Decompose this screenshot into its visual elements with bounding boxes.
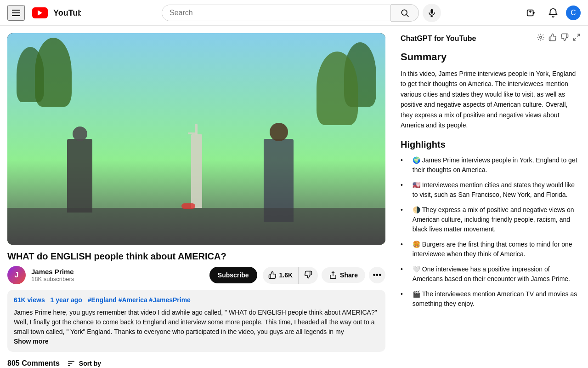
sort-icon <box>67 359 75 368</box>
chatgpt-header: ChatGPT for YouTube <box>401 33 581 44</box>
main-content: WHAT do ENGLISH people think about AMERI… <box>0 0 588 368</box>
svg-text:YouTube: YouTube <box>53 8 81 17</box>
svg-line-16 <box>573 38 576 40</box>
bell-icon <box>548 8 558 18</box>
chatgpt-actions <box>537 33 581 44</box>
highlights-section: Highlights •🌍James Prime interviews peop… <box>401 139 581 309</box>
header-left: YouTube <box>7 5 81 21</box>
highlights-heading: Highlights <box>401 139 581 150</box>
channel-name: James Prime <box>31 268 204 276</box>
desc-meta: 61K views 1 year ago #England #America #… <box>14 295 379 305</box>
show-more-button[interactable]: Show more <box>14 338 48 345</box>
comments-count: 805 Comments <box>7 359 60 368</box>
yt-icon <box>32 7 48 18</box>
gear-icon <box>537 33 545 41</box>
header-center <box>154 4 448 22</box>
summary-text: In this video, James Prime interviews pe… <box>401 69 581 130</box>
summary-heading: Summary <box>401 51 581 63</box>
highlights-list: •🌍James Prime interviews people in York,… <box>401 155 581 309</box>
subscribe-button[interactable]: Subscribe <box>209 267 257 283</box>
channel-subs: 18K subscribers <box>31 276 204 282</box>
highlight-text-2: 🌗They express a mix of positive and nega… <box>413 205 581 234</box>
main-header: YouTube <box>0 0 588 26</box>
more-options-button[interactable]: ••• <box>369 267 385 283</box>
svg-line-2 <box>407 14 409 17</box>
expand-button[interactable] <box>572 33 581 44</box>
share-label: Share <box>340 271 358 279</box>
thumbs-up-icon <box>268 271 277 279</box>
search-bar <box>162 5 391 21</box>
highlight-text-4: 🤍One interviewee has a positive impressi… <box>413 264 581 284</box>
chatgpt-title: ChatGPT for YouTube <box>401 34 476 43</box>
share-icon <box>329 271 337 279</box>
settings-button[interactable] <box>537 33 545 44</box>
svg-point-1 <box>401 10 407 15</box>
highlight-text-3: 🍔Burgers are the first thing that comes … <box>413 240 581 259</box>
highlight-text-5: 🎬The interviewees mention American TV an… <box>413 289 581 309</box>
like-button[interactable]: 1.6K <box>263 267 299 284</box>
svg-point-14 <box>540 36 542 39</box>
svg-marker-7 <box>533 12 536 14</box>
search-button[interactable] <box>391 4 419 22</box>
thumbs-up-panel-icon <box>548 33 557 41</box>
channel-info: James Prime 18K subscribers <box>31 268 204 282</box>
menu-button[interactable] <box>7 5 25 21</box>
highlight-item: •🌗They express a mix of positive and neg… <box>401 205 581 234</box>
video-section: WHAT do ENGLISH people think about AMERI… <box>0 26 393 368</box>
video-title: WHAT do ENGLISH people think about AMERI… <box>7 250 385 262</box>
view-count: 61K views <box>14 296 45 304</box>
comments-header: 805 Comments Sort by <box>7 359 385 368</box>
svg-line-15 <box>577 34 580 36</box>
search-icon <box>400 8 409 17</box>
like-count: 1.6K <box>279 271 293 279</box>
time-ago: 1 year ago <box>51 296 82 304</box>
yt-wordmark: YouTube <box>53 7 81 18</box>
like-dislike-group: 1.6K <box>263 267 318 284</box>
video-thumbnail <box>7 33 385 245</box>
desc-text: James Prime here, you guys remember that… <box>14 308 379 337</box>
video-player[interactable] <box>7 33 385 245</box>
highlight-item: •🇺🇸Interviewees mention cities and state… <box>401 180 581 200</box>
search-input[interactable] <box>162 5 390 21</box>
channel-row: J James Prime 18K subscribers Subscribe … <box>7 266 385 284</box>
user-avatar[interactable]: C <box>566 6 581 20</box>
create-button[interactable] <box>522 4 540 22</box>
thumbs-down-icon <box>304 270 312 279</box>
mic-icon <box>427 8 436 17</box>
share-button[interactable]: Share <box>322 267 365 283</box>
thumbs-down-panel-icon <box>560 33 569 41</box>
highlight-item: •🍔Burgers are the first thing that comes… <box>401 240 581 259</box>
highlight-text-0: 🌍James Prime interviews people in York, … <box>413 155 581 175</box>
action-buttons: 1.6K Share <box>263 267 386 284</box>
highlight-item: •🎬The interviewees mention American TV a… <box>401 289 581 309</box>
youtube-logo[interactable]: YouTube <box>32 7 81 18</box>
expand-icon <box>572 33 581 41</box>
sort-label: Sort by <box>79 360 101 367</box>
create-icon <box>526 8 536 18</box>
channel-avatar[interactable]: J <box>7 266 26 284</box>
dislike-button[interactable] <box>298 267 318 284</box>
mic-button[interactable] <box>423 4 441 22</box>
summary-section: Summary In this video, James Prime inter… <box>401 51 581 130</box>
highlight-item: •🤍One interviewee has a positive impress… <box>401 264 581 284</box>
hashtags[interactable]: #England #America #JamesPrime <box>88 296 191 304</box>
thumbsup-button[interactable] <box>548 33 557 44</box>
header-right: C <box>522 4 581 22</box>
description-box: 61K views 1 year ago #England #America #… <box>7 290 385 352</box>
highlight-text-1: 🇺🇸Interviewees mention cities and states… <box>413 180 581 200</box>
notifications-button[interactable] <box>544 4 562 22</box>
highlight-item: •🌍James Prime interviews people in York,… <box>401 155 581 175</box>
svg-rect-3 <box>431 9 433 13</box>
chatgpt-panel: ChatGPT for YouTube <box>393 26 588 368</box>
sort-button[interactable]: Sort by <box>67 359 101 368</box>
thumbsdown-button[interactable] <box>560 33 569 44</box>
